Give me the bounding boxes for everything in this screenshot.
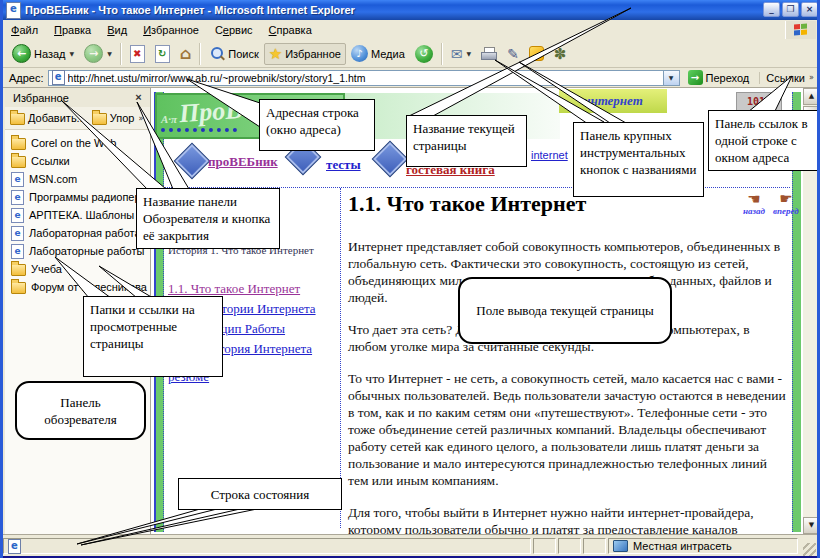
messenger-button[interactable] xyxy=(524,43,549,65)
article-title: 1.1. Что такое Интернет xyxy=(348,191,586,217)
forward-button[interactable]: → ▼ xyxy=(79,43,117,65)
forward-link-label: вперед xyxy=(773,206,799,216)
callout-page-output: Поле вывода текущей страницы xyxy=(458,277,672,344)
favorites-button[interactable]: ★ Избранное xyxy=(264,43,346,65)
nav-link-prowebnik[interactable]: проВЕБник xyxy=(208,154,278,170)
favorites-item[interactable]: Учеба xyxy=(5,260,150,278)
scroll-up-icon[interactable]: ▲ xyxy=(803,88,820,105)
favorites-item-label: АРПТЕКА. Шаблоны обт xyxy=(29,209,150,221)
intranet-zone-icon xyxy=(613,540,628,552)
address-label: Адрес: xyxy=(9,72,44,84)
links-overflow-icon[interactable]: » xyxy=(809,73,814,82)
hand-forward-icon: ☛ xyxy=(779,192,792,206)
forward-dropdown-icon[interactable]: ▼ xyxy=(107,50,112,57)
back-dropdown-icon[interactable]: ▼ xyxy=(70,50,75,57)
favorites-item[interactable]: Corel on the Web xyxy=(5,134,150,152)
messenger-icon xyxy=(529,46,544,61)
favorites-item[interactable]: Лабораторная работа Р xyxy=(5,224,150,242)
home-button[interactable]: ⌂ xyxy=(175,43,196,65)
favorites-add-label: Добавить... xyxy=(28,112,86,124)
callout-explorer-bar-title: Название панели Обозревателя и кнопка её… xyxy=(136,188,280,249)
favorites-list: Corel on the Web Ссылки MSN.com Программ… xyxy=(5,130,150,296)
hand-back-icon: ☚ xyxy=(747,192,760,206)
mail-dropdown-icon[interactable]: ▼ xyxy=(467,50,472,57)
links-toolbar[interactable]: Ссылки » xyxy=(759,72,814,84)
favorites-add-button[interactable]: Добавить... xyxy=(8,110,88,126)
scroll-down-icon[interactable]: ▼ xyxy=(803,517,820,534)
favorites-item[interactable]: Лабораторные работы xyxy=(5,242,150,260)
article-paragraph: То что Интернет - не сеть, а совокупност… xyxy=(348,370,789,489)
media-button[interactable]: ♪ Медиа xyxy=(346,43,410,65)
toolbar-separator xyxy=(199,43,201,65)
sidebar-link[interactable]: 1.1. Что такое Интернет xyxy=(168,281,333,297)
page-forward-link[interactable]: ☛ вперед xyxy=(773,192,799,216)
back-icon: ← xyxy=(12,44,31,63)
stop-icon: ✖ xyxy=(130,45,145,63)
throbber xyxy=(785,21,816,39)
folder-icon xyxy=(11,264,26,276)
favorites-close-button[interactable]: × xyxy=(131,91,146,105)
menu-file[interactable]: Файл xyxy=(3,21,46,39)
refresh-icon: ↻ xyxy=(155,45,170,63)
callout-status-bar: Строка состояния xyxy=(178,478,342,510)
windows-logo-icon xyxy=(794,24,808,37)
maximize-button[interactable]: ❐ xyxy=(782,2,799,17)
webpage-icon xyxy=(11,244,24,259)
menu-edit[interactable]: Правка xyxy=(46,21,99,39)
article-paragraph: Для того, чтобы выйти в Интернет нужно н… xyxy=(348,504,789,534)
close-button[interactable]: × xyxy=(801,2,818,17)
callout-links-bar: Панель ссылок в одной строке с окном адр… xyxy=(708,110,820,171)
address-bar: Адрес: ▼ → Переход Ссылки » xyxy=(3,68,817,88)
edit-button[interactable]: ✎ xyxy=(502,43,524,65)
webpage-icon xyxy=(11,226,24,241)
favorites-organize-button[interactable]: Упор xyxy=(90,110,137,126)
stop-button[interactable]: ✖ xyxy=(125,43,150,65)
mail-icon: ✉ xyxy=(451,46,463,62)
print-button[interactable] xyxy=(476,43,502,65)
favorites-item[interactable]: АРПТЕКА. Шаблоны обт xyxy=(5,206,150,224)
menu-favorites[interactable]: Избранное xyxy=(135,21,207,39)
home-icon: ⌂ xyxy=(180,44,191,63)
favorites-item[interactable]: Ссылки xyxy=(5,152,150,170)
back-link-label: назад xyxy=(743,206,765,216)
nav-diamond-icon[interactable] xyxy=(372,141,409,178)
address-dropdown-icon[interactable]: ▼ xyxy=(663,71,679,85)
favorites-item-label: Лабораторные работы xyxy=(29,245,144,257)
favorites-item[interactable]: MSN.com xyxy=(5,170,150,188)
nav-link-tests[interactable]: тесты xyxy=(326,157,361,173)
minimize-button[interactable]: _ xyxy=(763,2,780,17)
search-button[interactable]: Поиск xyxy=(204,43,263,65)
go-button[interactable]: → Переход xyxy=(684,69,754,86)
address-input[interactable] xyxy=(68,71,663,84)
back-button[interactable]: ← Назад ▼ xyxy=(7,43,79,65)
go-label: Переход xyxy=(706,72,750,84)
standard-buttons-toolbar: ← Назад ▼ → ▼ ✖ ↻ ⌂ Поиск ★ Избранное ♪ … xyxy=(3,40,817,68)
resize-grip[interactable] xyxy=(803,543,816,556)
nav-diamond-icon[interactable] xyxy=(174,143,211,180)
menu-view[interactable]: Вид xyxy=(99,21,135,39)
favorites-organize-label: Упор xyxy=(110,112,135,124)
page-back-link[interactable]: ☚ назад xyxy=(743,192,765,216)
webpage-icon xyxy=(11,190,24,205)
favorites-star-icon: ★ xyxy=(269,45,282,63)
print-icon xyxy=(481,47,497,60)
history-button[interactable]: ↺ xyxy=(410,43,438,65)
add-favorite-icon xyxy=(10,113,25,125)
menu-bar: Файл Правка Вид Избранное Сервис Справка xyxy=(3,20,817,41)
favorites-overflow-icon[interactable]: » xyxy=(138,114,143,123)
media-icon: ♪ xyxy=(351,45,368,62)
menu-help[interactable]: Справка xyxy=(261,21,320,39)
mail-button[interactable]: ✉ ▼ xyxy=(446,43,476,65)
favorites-item[interactable]: Программы радиоперед xyxy=(5,188,150,206)
forward-icon: → xyxy=(84,44,103,63)
nav-link-internet[interactable]: internet xyxy=(531,149,568,161)
status-cell xyxy=(533,538,556,554)
address-combo[interactable]: ▼ xyxy=(48,70,680,86)
go-arrow-icon: → xyxy=(688,70,703,85)
refresh-button[interactable]: ↻ xyxy=(150,43,175,65)
icq-button[interactable]: ✽ xyxy=(549,43,572,65)
ie-page-icon xyxy=(6,2,21,19)
menu-tools[interactable]: Сервис xyxy=(207,21,261,39)
favorites-item[interactable]: Форум от Колесникова xyxy=(5,278,150,296)
column-divider xyxy=(340,188,341,528)
